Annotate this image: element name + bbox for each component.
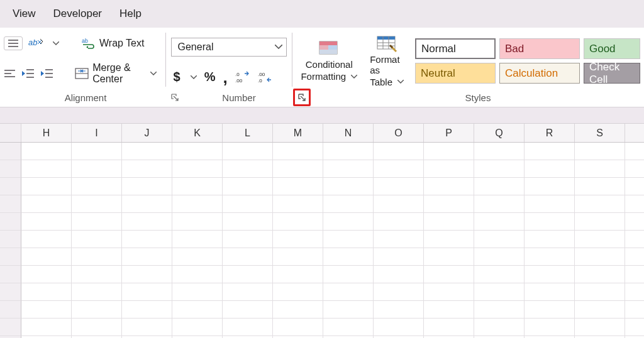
row-header[interactable] — [0, 143, 21, 160]
column-header[interactable]: S — [575, 124, 625, 142]
cell[interactable] — [323, 160, 374, 178]
style-good[interactable]: Good — [584, 38, 640, 59]
cell[interactable] — [72, 231, 122, 248]
column-header[interactable]: H — [21, 124, 72, 142]
decrease-indent-icon[interactable] — [21, 68, 35, 79]
orientation-button[interactable]: ab — [28, 36, 45, 50]
merge-center-button[interactable]: Merge & Center — [71, 61, 160, 86]
column-header[interactable]: M — [273, 124, 323, 142]
cell[interactable] — [625, 301, 644, 319]
cell[interactable] — [625, 195, 644, 213]
column-header[interactable]: Q — [474, 124, 525, 142]
cell[interactable] — [21, 231, 72, 248]
cell[interactable] — [374, 283, 424, 301]
cell[interactable] — [374, 319, 424, 336]
cell[interactable] — [374, 178, 424, 195]
cell[interactable] — [424, 248, 474, 266]
row-header[interactable] — [0, 248, 21, 266]
cell[interactable] — [474, 248, 525, 266]
percent-format-button[interactable]: % — [204, 70, 216, 84]
cell[interactable] — [273, 283, 323, 301]
cell[interactable] — [172, 178, 223, 195]
cell[interactable] — [273, 178, 323, 195]
row-header[interactable] — [0, 160, 21, 178]
cell[interactable] — [21, 143, 72, 160]
cell[interactable] — [525, 248, 575, 266]
cell[interactable] — [72, 213, 122, 231]
cell[interactable] — [374, 160, 424, 178]
cell[interactable] — [474, 266, 525, 283]
cell[interactable] — [474, 178, 525, 195]
cell[interactable] — [72, 178, 122, 195]
row-header[interactable] — [0, 283, 21, 301]
cell[interactable] — [21, 248, 72, 266]
cell[interactable] — [122, 231, 172, 248]
wrap-text-button[interactable]: ab Wrap Text — [78, 36, 148, 51]
cell[interactable] — [323, 143, 374, 160]
cell[interactable] — [323, 319, 374, 336]
cell[interactable] — [323, 195, 374, 213]
cell[interactable] — [72, 195, 122, 213]
row-header[interactable] — [0, 231, 21, 248]
cell[interactable] — [474, 319, 525, 336]
cell[interactable] — [122, 195, 172, 213]
cell[interactable] — [323, 301, 374, 319]
cell[interactable] — [21, 301, 72, 319]
column-header[interactable]: I — [72, 124, 122, 142]
cell[interactable] — [72, 143, 122, 160]
cell[interactable] — [575, 231, 625, 248]
cell[interactable] — [223, 283, 273, 301]
cell[interactable] — [625, 266, 644, 283]
cell[interactable] — [172, 213, 223, 231]
column-header[interactable]: N — [323, 124, 374, 142]
cell[interactable] — [273, 266, 323, 283]
cell[interactable] — [21, 266, 72, 283]
cell[interactable] — [21, 160, 72, 178]
menu-view[interactable]: View — [13, 8, 36, 20]
cell[interactable] — [374, 143, 424, 160]
cell[interactable] — [223, 248, 273, 266]
merge-center-dropdown-icon[interactable] — [150, 72, 157, 75]
cell[interactable] — [21, 319, 72, 336]
cell[interactable] — [625, 231, 644, 248]
column-header[interactable]: K — [172, 124, 223, 142]
cell[interactable] — [172, 266, 223, 283]
cell[interactable] — [424, 195, 474, 213]
column-header[interactable]: J — [122, 124, 172, 142]
cell-styles-gallery[interactable]: Normal Bad Good Neutral Calculation Chec… — [413, 38, 640, 84]
cell[interactable] — [575, 160, 625, 178]
cell[interactable] — [223, 213, 273, 231]
cell[interactable] — [72, 160, 122, 178]
cell[interactable] — [323, 231, 374, 248]
conditional-formatting-button[interactable]: Conditional Formatting — [297, 40, 361, 82]
cell[interactable] — [223, 266, 273, 283]
cell[interactable] — [525, 301, 575, 319]
cell[interactable] — [172, 248, 223, 266]
format-as-table-button[interactable]: Format as Table — [366, 35, 408, 87]
cell[interactable] — [21, 178, 72, 195]
cell[interactable] — [223, 143, 273, 160]
cell[interactable] — [122, 319, 172, 336]
cell[interactable] — [273, 301, 323, 319]
cell[interactable] — [374, 213, 424, 231]
cell[interactable] — [525, 319, 575, 336]
cell[interactable] — [72, 248, 122, 266]
cell[interactable] — [575, 266, 625, 283]
style-normal[interactable]: Normal — [415, 38, 496, 59]
cell[interactable] — [172, 301, 223, 319]
cell[interactable] — [625, 319, 644, 336]
cell[interactable] — [223, 195, 273, 213]
cell[interactable] — [273, 231, 323, 248]
cell[interactable] — [625, 283, 644, 301]
cell[interactable] — [424, 283, 474, 301]
cell[interactable] — [575, 248, 625, 266]
cell[interactable] — [625, 248, 644, 266]
cell[interactable] — [625, 213, 644, 231]
cell[interactable] — [172, 319, 223, 336]
align-left-icon[interactable] — [4, 69, 16, 78]
row-header[interactable] — [0, 178, 21, 195]
row-header[interactable] — [0, 301, 21, 319]
cell[interactable] — [223, 178, 273, 195]
cell[interactable] — [172, 231, 223, 248]
menu-developer[interactable]: Developer — [53, 8, 103, 20]
